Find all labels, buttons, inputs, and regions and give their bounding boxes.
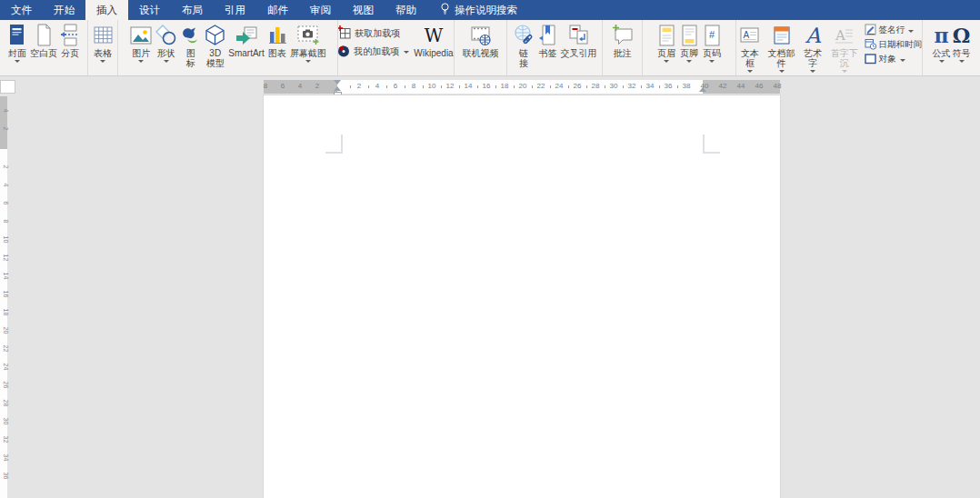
svg-text:A: A <box>835 27 845 44</box>
screenshot-button[interactable]: 屏幕截图 <box>289 22 327 63</box>
ruler-number: 8 <box>412 80 415 93</box>
tell-me-search[interactable]: 操作说明搜索 <box>440 0 517 20</box>
tab-layout[interactable]: 布局 <box>171 0 214 20</box>
bookmark-icon <box>537 22 559 48</box>
horizontal-ruler[interactable]: 8642246810121416182022242628303234363840… <box>264 80 780 94</box>
header-button[interactable]: 页眉 <box>655 22 678 63</box>
ruler-number: 4 <box>3 105 9 116</box>
tab-design[interactable]: 设计 <box>128 0 171 20</box>
document-page[interactable] <box>264 95 780 498</box>
document-area: 8642246810121416182022242628303234363840… <box>0 76 980 498</box>
3d-models-button[interactable]: 3D 模型 <box>203 22 227 68</box>
ruler-tick <box>677 85 678 88</box>
tab-mailings[interactable]: 邮件 <box>256 0 299 20</box>
ruler-number: 6 <box>281 80 285 93</box>
equation-pi-icon: π <box>934 22 948 48</box>
tab-insert[interactable]: 插入 <box>85 0 128 20</box>
ruler-tick <box>405 85 405 88</box>
ruler-number: 8 <box>3 216 9 227</box>
tab-help[interactable]: 帮助 <box>385 0 427 20</box>
chart-button[interactable]: 图表 <box>265 22 289 58</box>
drop-cap-button[interactable]: A 首字下沉 <box>826 22 862 73</box>
page-number-button[interactable]: # 页码 <box>701 22 724 63</box>
signature-line-icon <box>865 24 876 37</box>
chevron-down-icon <box>404 51 409 54</box>
ruler-number: 16 <box>3 289 9 300</box>
wikipedia-button[interactable]: W Wikipedia <box>413 22 454 58</box>
ruler-number: 34 <box>3 453 9 463</box>
online-video-button[interactable]: 联机视频 <box>462 22 500 58</box>
equation-button[interactable]: π 公式 <box>932 22 952 63</box>
text-box-button[interactable]: A 文本框 <box>736 22 764 73</box>
chevron-down-icon <box>100 60 105 63</box>
wordart-button[interactable]: A 艺术字 <box>799 22 826 73</box>
shapes-button[interactable]: 形状 <box>154 22 178 63</box>
chart-icon <box>266 22 288 48</box>
svg-text:A: A <box>744 29 750 39</box>
tab-references[interactable]: 引用 <box>214 0 256 20</box>
text-box-icon: A <box>738 22 761 48</box>
ruler-number: 26 <box>3 380 9 391</box>
chevron-down-icon <box>305 60 311 63</box>
cover-page-button[interactable]: 封面 <box>5 22 29 63</box>
group-illustrations: 图片 形状 图 标 3D <box>118 20 338 75</box>
ruler-number: 18 <box>3 307 9 318</box>
object-button[interactable]: 对象 <box>865 54 923 65</box>
tab-file[interactable]: 文件 <box>0 0 43 20</box>
ruler-number: 2 <box>357 80 361 93</box>
table-button[interactable]: 表格 <box>91 22 115 63</box>
text-boundary-mark-top-right <box>703 134 720 154</box>
ruler-number: 22 <box>537 80 545 93</box>
word-application-window: 文件 开始 插入 设计 布局 引用 邮件 审阅 视图 帮助 操作说明搜索 <box>0 0 980 498</box>
ruler-number: 14 <box>3 271 9 282</box>
text-boundary-mark-top-left <box>325 134 343 154</box>
ruler-tick <box>605 85 605 88</box>
ruler-number: 42 <box>719 80 727 93</box>
shapes-icon <box>155 22 177 48</box>
tab-review[interactable]: 审阅 <box>299 0 342 20</box>
pictures-button[interactable]: 图片 <box>128 22 154 63</box>
symbol-button[interactable]: Ω 符号 <box>952 22 972 63</box>
tab-view[interactable]: 视图 <box>342 0 385 20</box>
ruler-number: 32 <box>628 80 636 93</box>
cross-reference-button[interactable]: 交叉引用 <box>560 22 598 58</box>
ruler-corner-box <box>0 80 15 94</box>
icons-button[interactable]: 图 标 <box>178 22 203 68</box>
group-media: 联机视频 <box>455 20 507 75</box>
date-time-button[interactable]: 日期和时间 <box>865 39 923 51</box>
smartart-button[interactable]: SmartArt <box>227 22 265 58</box>
ruler-number: 2 <box>315 80 319 93</box>
bookmark-button[interactable]: 书签 <box>536 22 560 58</box>
blank-page-button[interactable]: 空白页 <box>29 22 58 58</box>
link-button[interactable]: 链 接 <box>512 22 536 68</box>
ruler-number: 20 <box>519 80 527 93</box>
3d-model-icon <box>204 22 226 48</box>
ruler-number: 12 <box>446 80 455 93</box>
date-time-icon <box>865 38 876 52</box>
ruler-number: 22 <box>3 344 9 354</box>
symbol-omega-icon: Ω <box>953 22 971 48</box>
comment-button[interactable]: 批注 <box>610 22 635 58</box>
my-add-ins-button[interactable]: 我的加载项 <box>338 45 409 58</box>
online-video-icon <box>469 22 493 48</box>
tab-home[interactable]: 开始 <box>43 0 85 20</box>
hanging-indent-marker[interactable] <box>334 86 341 91</box>
object-icon <box>865 54 876 66</box>
ruler-tick <box>568 85 569 88</box>
ruler-tick <box>659 85 660 88</box>
blank-page-icon <box>33 22 55 48</box>
vertical-ruler[interactable]: 4224681012141618202224262830323436 <box>0 96 7 498</box>
footer-button[interactable]: 页脚 <box>678 22 701 63</box>
first-line-indent-marker[interactable] <box>334 80 341 85</box>
ruler-number: 14 <box>465 80 473 93</box>
ruler-tick <box>514 85 515 88</box>
ruler-number: 44 <box>737 80 745 93</box>
group-symbols: π 公式 Ω 符号 <box>923 20 980 75</box>
page-break-button[interactable]: 分页 <box>58 22 82 58</box>
get-add-ins-button[interactable]: 获取加载项 <box>338 26 409 40</box>
ruler-tick <box>459 85 460 88</box>
quick-parts-button[interactable]: 文档部件 <box>764 22 799 73</box>
signature-line-button[interactable]: 签名行 <box>865 25 923 36</box>
ruler-number: 4 <box>3 180 9 191</box>
ruler-number: 32 <box>3 434 9 445</box>
